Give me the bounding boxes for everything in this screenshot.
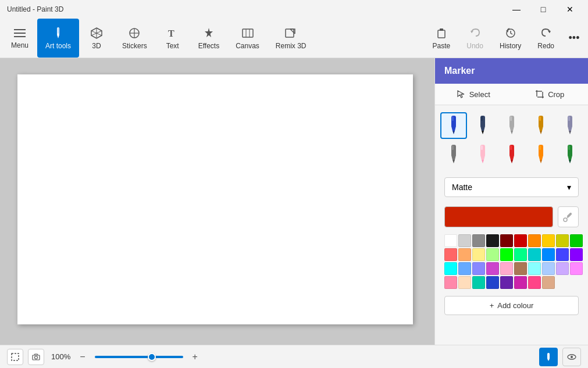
svg-line-19	[290, 29, 295, 34]
current-color-swatch[interactable]	[444, 206, 553, 227]
pen-mode-button[interactable]	[539, 348, 558, 366]
brush-item[interactable]	[528, 112, 554, 139]
panel-header: Marker	[435, 58, 588, 84]
svg-rect-20	[438, 30, 445, 38]
color-cell[interactable]	[514, 276, 527, 289]
color-cell[interactable]	[458, 234, 471, 247]
color-cell[interactable]	[486, 262, 499, 275]
color-cell[interactable]	[444, 276, 457, 289]
color-cell[interactable]	[542, 248, 555, 261]
text-button[interactable]: T Text	[155, 19, 190, 58]
color-cell[interactable]	[500, 276, 513, 289]
minimize-button[interactable]: —	[503, 0, 530, 19]
3d-button[interactable]: 3D	[79, 19, 114, 58]
menu-button[interactable]: Menu	[2, 19, 37, 58]
color-cell[interactable]	[528, 276, 541, 289]
history-button[interactable]: History	[491, 19, 529, 58]
brush-svg	[561, 115, 579, 137]
color-cell[interactable]	[500, 262, 513, 275]
close-button[interactable]: ✕	[557, 0, 583, 19]
matte-dropdown[interactable]: Matte ▾	[444, 177, 579, 197]
color-cell[interactable]	[444, 234, 457, 247]
color-cell[interactable]	[486, 276, 499, 289]
art-tools-button[interactable]: Art tools	[37, 19, 79, 58]
brush-item[interactable]	[469, 141, 496, 168]
color-cell[interactable]	[444, 248, 457, 261]
paste-button[interactable]: Paste	[425, 19, 459, 58]
color-cell[interactable]	[444, 262, 457, 275]
color-cell[interactable]	[556, 234, 569, 247]
color-cell[interactable]	[570, 262, 583, 275]
color-cell[interactable]	[556, 262, 569, 275]
remix3d-icon	[284, 27, 297, 40]
redo-button[interactable]: Redo	[529, 19, 562, 58]
stickers-button[interactable]: Stickers	[114, 19, 155, 58]
svg-marker-57	[480, 155, 485, 160]
undo-button[interactable]: Undo	[458, 19, 491, 58]
canvas[interactable]	[17, 74, 413, 324]
svg-marker-4	[57, 35, 59, 38]
svg-marker-50	[569, 131, 571, 134]
selection-tool-button[interactable]	[7, 349, 23, 365]
svg-rect-68	[568, 145, 570, 150]
eyedropper-button[interactable]	[558, 206, 579, 227]
crop-tool[interactable]: Crop	[512, 84, 589, 105]
color-cell[interactable]	[486, 234, 499, 247]
color-cell[interactable]	[514, 262, 527, 275]
camera-button[interactable]	[28, 349, 44, 365]
drawing-area[interactable]	[0, 58, 434, 345]
color-cell[interactable]	[528, 234, 541, 247]
color-cell[interactable]	[570, 234, 583, 247]
color-cell[interactable]	[472, 262, 485, 275]
svg-rect-60	[510, 145, 512, 150]
svg-rect-21	[440, 28, 443, 31]
more-options-button[interactable]: •••	[562, 19, 586, 58]
color-cell[interactable]	[542, 262, 555, 275]
brush-item[interactable]	[469, 112, 496, 139]
color-cell[interactable]	[528, 248, 541, 261]
remix3d-button[interactable]: Remix 3D	[268, 19, 315, 58]
brush-item[interactable]	[557, 141, 583, 168]
color-cell[interactable]	[500, 248, 513, 261]
color-cell[interactable]	[486, 248, 499, 261]
redo-icon	[540, 27, 553, 40]
color-cell[interactable]	[458, 262, 471, 275]
color-cell[interactable]	[472, 234, 485, 247]
view-icon	[567, 352, 576, 362]
svg-rect-32	[452, 116, 454, 121]
svg-rect-77	[547, 353, 550, 359]
select-tool[interactable]: Select	[435, 84, 512, 105]
canvas-button[interactable]: Canvas	[227, 19, 268, 58]
history-icon	[504, 27, 517, 40]
zoom-slider[interactable]	[92, 356, 186, 358]
zoom-in-button[interactable]: +	[190, 352, 200, 362]
color-cell[interactable]	[542, 234, 555, 247]
brush-item[interactable]	[498, 141, 525, 168]
brush-item[interactable]	[557, 112, 583, 139]
color-cell[interactable]	[458, 248, 471, 261]
color-cell[interactable]	[472, 276, 485, 289]
maximize-button[interactable]: □	[530, 0, 557, 19]
brush-item[interactable]	[498, 112, 525, 139]
title-bar: Untitled - Paint 3D — □ ✕	[0, 0, 588, 19]
color-cell[interactable]	[542, 276, 555, 289]
color-cell[interactable]	[570, 248, 583, 261]
color-cell[interactable]	[514, 248, 527, 261]
brush-svg	[503, 115, 521, 137]
add-colour-button[interactable]: + Add colour	[444, 296, 579, 315]
color-cell[interactable]	[472, 248, 485, 261]
color-cell[interactable]	[556, 248, 569, 261]
brush-item[interactable]	[528, 141, 554, 168]
brush-item[interactable]	[440, 141, 467, 168]
color-cell[interactable]	[528, 262, 541, 275]
brush-item[interactable]	[440, 112, 467, 139]
color-cell[interactable]	[458, 276, 471, 289]
menu-icon	[14, 27, 26, 39]
effects-button[interactable]: Effects	[190, 19, 227, 58]
view-mode-button[interactable]	[562, 348, 581, 366]
svg-marker-45	[539, 126, 543, 131]
zoom-out-button[interactable]: −	[77, 352, 87, 362]
svg-rect-0	[14, 29, 26, 30]
color-cell[interactable]	[514, 234, 527, 247]
color-cell[interactable]	[500, 234, 513, 247]
